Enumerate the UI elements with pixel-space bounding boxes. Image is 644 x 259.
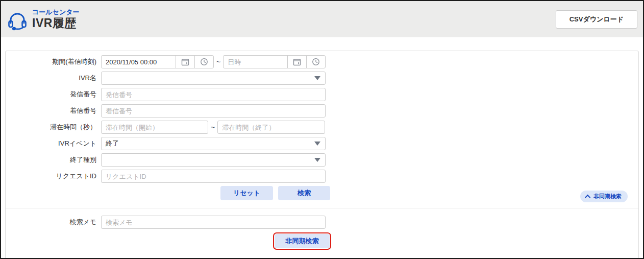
period-start-group xyxy=(101,55,214,68)
period-end-input[interactable] xyxy=(223,55,288,68)
search-panel: 期間(着信時刻) xyxy=(5,51,639,258)
calendar-icon xyxy=(293,58,301,66)
async-search-button[interactable]: 非同期検索 xyxy=(275,234,330,248)
duration-separator: ~ xyxy=(211,123,215,131)
search-button[interactable]: 検索 xyxy=(278,186,330,200)
chevron-up-icon xyxy=(585,194,590,200)
request-id-label: リクエストID xyxy=(6,172,101,181)
submit-area: 非同期検索 xyxy=(106,234,330,248)
actions-row: リセット 検索 非同期検索 xyxy=(6,186,638,200)
period-field: ~ xyxy=(101,55,326,68)
clock-icon xyxy=(312,58,320,66)
calendar-icon xyxy=(181,58,189,66)
page-header: コールセンター IVR履歴 CSVダウンロード xyxy=(1,1,643,37)
caller-number-input[interactable] xyxy=(101,88,326,101)
end-type-field xyxy=(101,153,326,167)
caller-number-label: 発信番号 xyxy=(6,90,101,99)
async-toggle-label: 非同期検索 xyxy=(593,193,622,200)
chevron-down-icon xyxy=(314,76,320,80)
page-title: IVR履歴 xyxy=(32,16,80,30)
ivr-history-page: コールセンター IVR履歴 CSVダウンロード 期間(着信時刻) xyxy=(0,0,644,259)
async-submit-row: 非同期検索 xyxy=(6,234,638,248)
form-row-duration: 滞在時間（秒） ~ xyxy=(6,121,638,134)
period-start-calendar-button[interactable] xyxy=(176,55,195,68)
form-row-callee-number: 着信番号 xyxy=(6,104,638,117)
submit-spacer xyxy=(6,234,106,248)
period-end-time-button[interactable] xyxy=(306,55,326,68)
end-type-label: 終了種別 xyxy=(6,155,101,164)
ivr-name-field xyxy=(101,72,326,85)
callee-number-label: 着信番号 xyxy=(6,106,101,115)
form-row-period: 期間(着信時刻) xyxy=(6,55,638,68)
ivr-event-select[interactable]: 終了 xyxy=(101,137,326,150)
period-end-calendar-button[interactable] xyxy=(287,55,307,68)
chevron-down-icon xyxy=(314,158,320,162)
end-type-select[interactable] xyxy=(101,153,326,167)
chevron-down-icon xyxy=(314,142,320,146)
ivr-event-label: IVRイベント xyxy=(6,139,101,148)
csv-download-button[interactable]: CSVダウンロード xyxy=(556,10,637,29)
form-row-ivr-name: IVR名 xyxy=(6,72,638,85)
header-title-group: コールセンター IVR履歴 xyxy=(6,8,80,31)
duration-label: 滞在時間（秒） xyxy=(6,123,101,132)
ivr-name-select[interactable] xyxy=(101,72,326,85)
form-row-end-type: 終了種別 xyxy=(6,153,638,167)
duration-end-input[interactable] xyxy=(217,121,325,134)
form-row-caller-number: 発信番号 xyxy=(6,88,638,101)
section-divider xyxy=(6,208,638,208)
caller-number-field xyxy=(101,88,326,101)
callee-number-field xyxy=(101,104,326,117)
breadcrumb-app-label: コールセンター xyxy=(32,8,80,16)
ivr-name-label: IVR名 xyxy=(6,74,101,83)
search-memo-field xyxy=(101,216,326,229)
request-id-field xyxy=(101,170,326,183)
period-start-input[interactable] xyxy=(101,55,176,68)
headset-icon xyxy=(7,10,28,31)
clock-icon xyxy=(200,58,208,66)
duration-start-input[interactable] xyxy=(101,121,208,134)
period-separator: ~ xyxy=(216,58,220,66)
period-label: 期間(着信時刻) xyxy=(6,57,101,66)
header-titles: コールセンター IVR履歴 xyxy=(32,8,80,30)
form-row-search-memo: 検索メモ xyxy=(6,216,638,229)
action-buttons: リセット 検索 xyxy=(220,186,330,200)
period-end-group xyxy=(223,55,326,68)
form-row-ivr-event: IVRイベント 終了 xyxy=(6,137,638,150)
reset-button[interactable]: リセット xyxy=(220,186,273,200)
ivr-event-selected-value: 終了 xyxy=(106,139,119,148)
search-memo-label: 検索メモ xyxy=(6,218,101,227)
period-start-time-button[interactable] xyxy=(194,55,214,68)
form-row-request-id: リクエストID xyxy=(6,170,638,183)
callee-number-input[interactable] xyxy=(101,104,326,117)
search-memo-input[interactable] xyxy=(101,216,326,229)
duration-field: ~ xyxy=(101,121,326,134)
ivr-event-field: 終了 xyxy=(101,137,326,150)
request-id-input[interactable] xyxy=(101,170,326,183)
async-search-toggle[interactable]: 非同期検索 xyxy=(580,191,628,202)
